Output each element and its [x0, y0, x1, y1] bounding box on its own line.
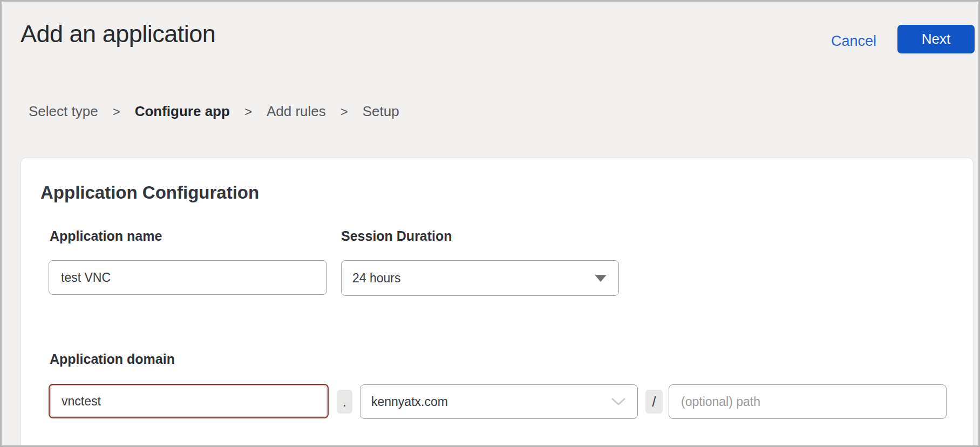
- breadcrumb-separator-icon: >: [244, 104, 252, 119]
- cancel-button[interactable]: Cancel: [831, 33, 876, 50]
- breadcrumb: Select type > Configure app > Add rules …: [29, 103, 399, 120]
- breadcrumb-separator-icon: >: [113, 104, 120, 119]
- breadcrumb-step-add-rules[interactable]: Add rules: [267, 103, 326, 120]
- dot-separator: .: [337, 390, 352, 414]
- application-domain-label: Application domain: [50, 351, 175, 367]
- breadcrumb-separator-icon: >: [341, 104, 348, 119]
- breadcrumb-step-setup[interactable]: Setup: [363, 103, 399, 120]
- domain-select-value: kennyatx.com: [371, 395, 611, 409]
- breadcrumb-step-configure-app[interactable]: Configure app: [135, 103, 230, 120]
- subdomain-input[interactable]: [49, 384, 329, 418]
- slash-separator: /: [645, 390, 663, 414]
- section-title: Application Configuration: [40, 182, 259, 203]
- add-application-page: Add an application Cancel Next Select ty…: [0, 0, 980, 447]
- application-name-input[interactable]: [49, 260, 327, 295]
- domain-select[interactable]: kennyatx.com: [360, 384, 638, 419]
- breadcrumb-step-select-type[interactable]: Select type: [29, 103, 98, 120]
- chevron-down-icon: [611, 397, 625, 406]
- page-title: Add an application: [21, 20, 215, 48]
- dropdown-caret-icon: [595, 275, 607, 282]
- session-duration-value: 24 hours: [352, 271, 595, 286]
- session-duration-select[interactable]: 24 hours: [341, 260, 619, 296]
- session-duration-label: Session Duration: [341, 228, 452, 244]
- application-name-label: Application name: [50, 228, 162, 244]
- configuration-card: Application Configuration Application na…: [21, 158, 974, 447]
- next-button[interactable]: Next: [897, 25, 975, 53]
- path-input[interactable]: [669, 384, 947, 419]
